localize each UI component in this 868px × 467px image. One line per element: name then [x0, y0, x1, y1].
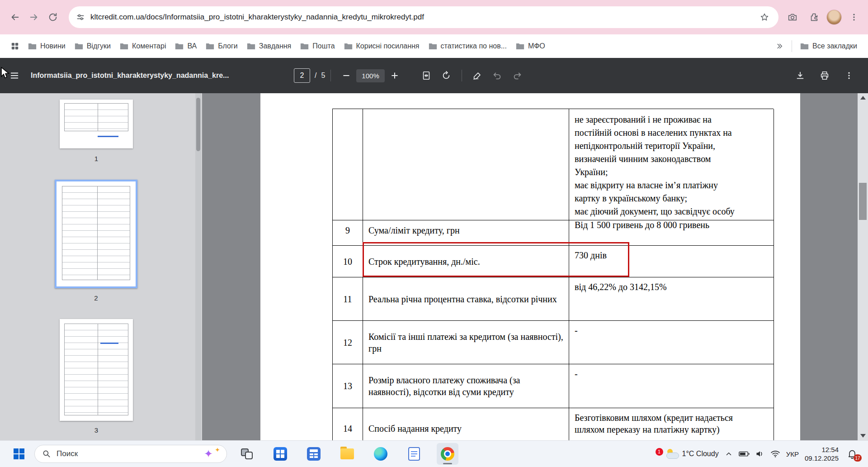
- plus-icon: [390, 71, 399, 80]
- taskbar-app-edge[interactable]: [370, 443, 392, 465]
- extensions-button[interactable]: [805, 8, 824, 27]
- notification-center-button[interactable]: 17: [844, 446, 860, 462]
- thumbnail-page-number: 3: [60, 426, 133, 434]
- bookmarks-overflow-button[interactable]: [771, 39, 788, 53]
- system-tray: 1 1°C Cloudy УКР 12:54 09.12.2025 17: [656, 445, 863, 463]
- screenshot-extension-button[interactable]: [783, 8, 802, 27]
- language-indicator[interactable]: УКР: [786, 450, 799, 458]
- print-button[interactable]: [815, 66, 835, 86]
- apps-shortcut-button[interactable]: [6, 39, 24, 53]
- windows-logo-icon: [14, 448, 24, 459]
- viewer-scrollbar[interactable]: [858, 93, 868, 440]
- task-view-button[interactable]: [236, 443, 258, 465]
- bookmark-folder-va[interactable]: ВА: [170, 39, 201, 53]
- rotate-icon: [441, 71, 451, 81]
- page-thumbnail-2-selected[interactable]: [55, 180, 137, 288]
- bookmark-folder-mfo[interactable]: МФО: [511, 39, 550, 53]
- zoom-in-button[interactable]: [385, 66, 405, 86]
- table-row-12: 12 Комісії та інші платежі за кредитом (…: [333, 321, 774, 364]
- cell-number: 10: [333, 246, 363, 277]
- bookmark-label: МФО: [528, 42, 545, 50]
- bookmark-star-button[interactable]: [757, 10, 772, 25]
- back-button[interactable]: [5, 8, 24, 27]
- bookmark-folder-novyny[interactable]: Новини: [24, 39, 70, 53]
- table-row-9: 9 Сума/ліміт кредиту, грн Від 1 500 грив…: [333, 215, 774, 246]
- volume-status[interactable]: [755, 450, 764, 458]
- page-count: 5: [321, 71, 325, 80]
- start-button[interactable]: [8, 443, 30, 465]
- cell-number: 12: [333, 321, 363, 364]
- browser-menu-button[interactable]: [844, 8, 863, 27]
- table-row-continuation: не зареєстрований і не проживає на пості…: [333, 109, 774, 215]
- taskbar-app-file-explorer[interactable]: [336, 443, 358, 465]
- weather-widget[interactable]: 1 1°C Cloudy: [656, 448, 719, 460]
- redo-button[interactable]: [507, 66, 527, 86]
- folder-icon: [206, 43, 214, 50]
- address-bar[interactable]: kltcredit.com.ua/docs/Informatsiia_pro_i…: [69, 6, 778, 28]
- zoom-out-button[interactable]: [336, 66, 356, 86]
- network-status[interactable]: [770, 450, 780, 458]
- sidebar-scrollbar[interactable]: [195, 93, 201, 440]
- page-thumbnail-3[interactable]: [60, 319, 133, 421]
- bookmark-folder-zavdannia[interactable]: Завдання: [242, 39, 296, 53]
- clock-widget[interactable]: 12:54 09.12.2025: [805, 445, 839, 463]
- scroll-down-arrow[interactable]: [860, 431, 866, 440]
- cell-label: Розмір власного платежу споживача (за на…: [363, 364, 569, 408]
- copilot-sparkle-icon[interactable]: ✦ ✦: [203, 447, 221, 461]
- browser-toolbar: kltcredit.com.ua/docs/Informatsiia_pro_i…: [0, 0, 868, 34]
- taskbar-search-box[interactable]: Поиск ✦ ✦: [34, 445, 227, 463]
- taskbar-app-calculator[interactable]: [303, 443, 325, 465]
- bookmark-label: статистика по нов...: [441, 42, 507, 50]
- bookmarks-bar: Новини Відгуки Коментарі ВА Блоги Завдан…: [0, 34, 868, 58]
- tray-overflow-button[interactable]: [725, 450, 733, 458]
- rotate-button[interactable]: [436, 66, 456, 86]
- taskbar-app-notepad[interactable]: [403, 443, 425, 465]
- url-text[interactable]: kltcredit.com.ua/docs/Informatsiia_pro_i…: [90, 13, 757, 22]
- red-highlight-annotation: [363, 242, 629, 277]
- taskbar-app-store[interactable]: [269, 443, 291, 465]
- cell-label: [363, 109, 569, 220]
- search-label: Поиск: [57, 449, 78, 458]
- thumbnail-link-line: [100, 343, 118, 344]
- bookmark-folder-komentari[interactable]: Коментарі: [115, 39, 170, 53]
- forward-button[interactable]: [24, 8, 43, 27]
- profile-avatar[interactable]: [826, 10, 842, 25]
- forward-icon: [29, 12, 39, 22]
- folder-icon: [120, 43, 128, 50]
- thumbnail-content: [62, 186, 130, 280]
- wifi-icon: [770, 450, 780, 458]
- pdf-viewer-toolbar: Informatsiia_pro_istotni_kharakterystyky…: [0, 58, 868, 93]
- toolbar-divider: [330, 70, 331, 81]
- folder-icon: [344, 43, 353, 50]
- sidebar-scrollbar-thumb[interactable]: [196, 98, 200, 151]
- bookmark-folder-vidhuky[interactable]: Відгуки: [70, 39, 115, 53]
- scroll-up-arrow[interactable]: [860, 93, 866, 102]
- download-button[interactable]: [790, 66, 810, 86]
- page-thumbnail-1[interactable]: [60, 100, 133, 148]
- bookmark-folder-statystyka[interactable]: статистика по нов...: [424, 39, 512, 53]
- undo-button[interactable]: [487, 66, 507, 86]
- time-label: 12:54: [805, 445, 839, 454]
- cell-value: Безготівковим шляхом (кредит надається ш…: [569, 408, 774, 440]
- toolbar-divider: [462, 70, 462, 81]
- page-number-input[interactable]: 2: [294, 68, 310, 83]
- bookmark-folder-blohy[interactable]: Блоги: [201, 39, 242, 53]
- chrome-app-icon: [441, 447, 454, 461]
- all-bookmarks-button[interactable]: Все закладки: [796, 39, 862, 53]
- folder-icon: [429, 43, 437, 50]
- reload-button[interactable]: [43, 8, 62, 27]
- bookmark-folder-korysni-posylannia[interactable]: Корисні посилання: [340, 39, 424, 53]
- folder-icon: [516, 43, 524, 50]
- taskbar-app-chrome-active[interactable]: [437, 443, 458, 465]
- task-view-icon: [241, 448, 253, 459]
- bookmark-label: Коментарі: [132, 42, 166, 50]
- bookmark-folder-poshta[interactable]: Пошта: [296, 39, 339, 53]
- battery-status[interactable]: [739, 450, 750, 458]
- fit-to-page-button[interactable]: [416, 66, 436, 86]
- pdf-page-viewer[interactable]: не зареєстрований і не проживає на пості…: [202, 93, 868, 440]
- pdf-more-button[interactable]: [839, 66, 859, 86]
- annotate-button[interactable]: [467, 66, 487, 86]
- viewer-scrollbar-thumb[interactable]: [859, 183, 867, 220]
- bookmark-label: ВА: [187, 42, 197, 50]
- zoom-level[interactable]: 100%: [356, 69, 384, 82]
